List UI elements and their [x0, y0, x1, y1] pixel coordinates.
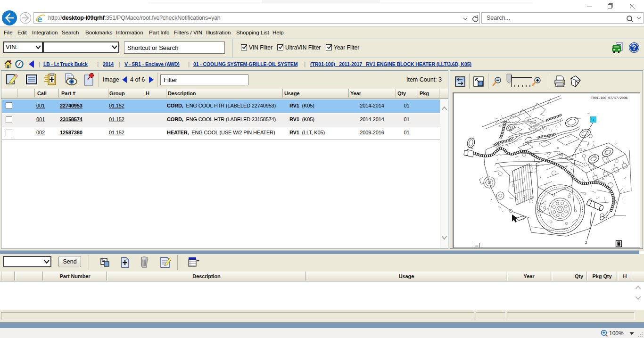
svg-text:2: 2 [585, 240, 587, 245]
svg-text:1: 1 [593, 118, 595, 122]
svg-text:TR01-100 07/17/2006: TR01-100 07/17/2006 [591, 96, 628, 100]
svg-text:xb: xb [475, 245, 479, 247]
svg-text:?: ? [632, 44, 636, 51]
